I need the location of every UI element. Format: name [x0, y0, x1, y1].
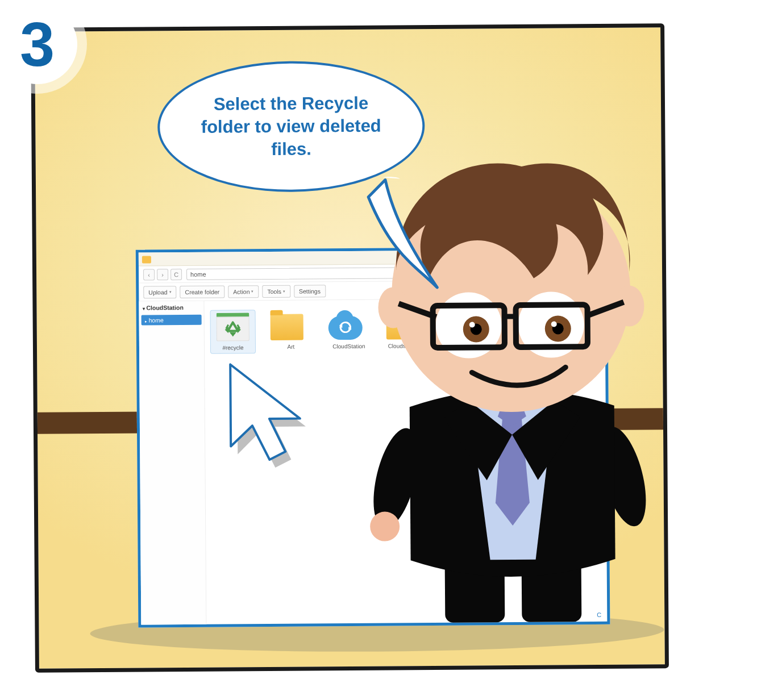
action-label: Action	[233, 288, 249, 295]
sidebar-item-label: home	[149, 316, 164, 323]
speech-bubble: Select the Recycle folder to view delete…	[154, 60, 429, 289]
settings-label: Settings	[299, 288, 321, 294]
sidebar-root-label: CloudStation	[146, 304, 183, 311]
step-badge: 3	[0, 0, 87, 94]
folder-item-recycle[interactable]: #recycle	[210, 310, 256, 354]
upload-label: Upload	[148, 289, 167, 295]
dropdown-caret-icon: ▾	[169, 290, 172, 294]
item-label: #recycle	[213, 344, 253, 351]
recycle-bin-icon	[217, 312, 249, 341]
sidebar-item-home[interactable]: ▸home	[142, 315, 202, 326]
speech-text: Select the Recycle folder to view delete…	[188, 92, 394, 161]
folder-icon	[271, 314, 303, 340]
step-number: 3	[0, 0, 87, 94]
dropdown-caret-icon: ▾	[251, 289, 253, 294]
sidebar-root[interactable]: ▾CloudStation	[139, 301, 203, 314]
tutorial-panel: ‹ › C home Upload ▾ Create folder Action…	[31, 23, 669, 673]
item-label: Art	[271, 343, 311, 350]
svg-point-11	[370, 511, 400, 541]
caret-right-icon: ▸	[145, 319, 147, 323]
bubble-tail-icon	[363, 174, 443, 294]
nav-back-button[interactable]: ‹	[143, 269, 155, 280]
svg-point-27	[469, 322, 475, 327]
tools-label: Tools	[267, 288, 281, 294]
folder-item-art[interactable]: Art	[268, 309, 314, 352]
svg-point-28	[551, 321, 557, 327]
cloud-sync-icon	[328, 316, 363, 340]
dropdown-caret-icon: ▾	[283, 289, 285, 293]
caret-down-icon: ▾	[142, 306, 144, 311]
titlebar-folder-icon	[142, 256, 151, 263]
sidebar: ▾CloudStation ▸home	[139, 301, 206, 625]
svg-marker-2	[230, 332, 236, 336]
